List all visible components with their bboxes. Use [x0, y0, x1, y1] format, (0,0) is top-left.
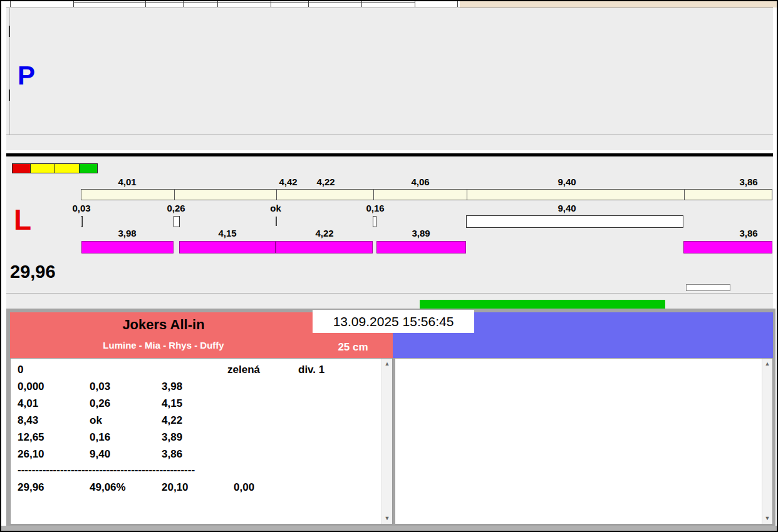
table-cell: 4,01: [18, 397, 38, 410]
team-name: Jokers All-in: [10, 317, 317, 333]
scroll-down-button[interactable]: ▼: [382, 513, 392, 524]
gap-time-label: 0,16: [366, 203, 384, 213]
table-cell: 3,86: [162, 448, 182, 461]
separator-line: [6, 293, 773, 294]
lane-p-panel: P: [6, 8, 773, 150]
table-cell: 0: [18, 364, 23, 376]
app-window: P 4,01 4,42 4,22 4,06 9,40 3,86 0,03 0,2…: [0, 0, 778, 532]
legend-red-swatch: [12, 163, 31, 173]
legend-yellow-swatch: [54, 163, 80, 173]
table-cell: 29,96: [18, 481, 44, 494]
panel-divider-line: [6, 135, 773, 135]
table-cell: zelená: [227, 364, 260, 376]
scroll-up-button[interactable]: ▲: [382, 359, 392, 369]
split-time-label: 4,06: [411, 176, 429, 187]
table-separator-row: ----------------------------------------…: [11, 464, 392, 476]
table-cell: 0,00: [234, 481, 254, 494]
table-cell: 3,98: [162, 381, 182, 393]
legend-green-swatch: [79, 163, 98, 173]
team-members: Lumine - Mia - Rhys - Duffy: [10, 340, 317, 350]
result-section: Jokers All-in Lumine - Mia - Rhys - Duff…: [6, 309, 775, 527]
scroll-up-button[interactable]: ▲: [762, 359, 772, 369]
run-time-label: 4,22: [315, 228, 333, 238]
right-panel-scrollbar[interactable]: ▲ ▼: [762, 359, 772, 524]
gap-marker: [373, 216, 376, 227]
gap-time-label: ok: [270, 203, 281, 213]
secondary-panel[interactable]: ▲ ▼: [395, 358, 773, 524]
table-row: 8,43 ok 4,22: [11, 414, 392, 427]
run-segment: [179, 241, 276, 253]
tab-divider: [415, 1, 415, 7]
tab-divider: [10, 1, 11, 7]
left-panel-scrollbar[interactable]: ▲ ▼: [381, 359, 392, 524]
table-cell: div. 1: [298, 364, 324, 376]
table-cell: 3,89: [162, 431, 182, 444]
lane-l-label: L: [14, 203, 31, 237]
split-time-label: 4,01: [118, 176, 136, 187]
left-tick: [9, 90, 10, 101]
table-cell: 0,03: [90, 381, 110, 393]
split-bar: [81, 189, 772, 200]
progress-bar: [420, 300, 665, 309]
table-cell: 4,15: [162, 397, 182, 410]
table-cell: ok: [90, 414, 102, 427]
run-time-label: 3,89: [412, 228, 430, 238]
table-summary-row: 29,96 49,06% 20,10 0,00: [11, 481, 392, 494]
run-time-label: 4,15: [218, 228, 236, 238]
run-segment: [683, 241, 772, 253]
table-cell: 9,40: [90, 448, 110, 461]
status-legend: [12, 163, 98, 173]
run-segment: [81, 241, 174, 253]
top-right-strip: [460, 1, 777, 8]
gap-marker: [174, 216, 180, 227]
table-row: 0 zelená div. 1: [11, 364, 392, 376]
arrow-up-icon: ▲: [765, 361, 770, 367]
run-segment: [276, 241, 373, 253]
table-cell: 49,06%: [90, 481, 126, 494]
gap-marker: [81, 216, 83, 227]
table-row: 26,10 9,40 3,86: [11, 448, 392, 461]
run-segment: [376, 241, 466, 253]
window-tab-stubs: [1, 1, 777, 8]
arrow-down-icon: ▼: [765, 515, 770, 521]
total-time: 29,96: [10, 262, 56, 282]
run-time-label: 3,86: [739, 228, 757, 238]
separator-dashes: ----------------------------------------…: [18, 464, 195, 476]
results-list-panel[interactable]: 0 zelená div. 1 0,000 0,03 3,98 4,01 0,2…: [10, 358, 393, 524]
table-cell: 12,65: [18, 431, 44, 444]
split-time-label: 4,22: [316, 176, 335, 187]
bottom-strip: [1, 526, 777, 531]
datetime-display: 13.09.2025 15:56:45: [313, 310, 474, 333]
ok-tick-marker: [276, 217, 277, 226]
table-cell: 8,43: [18, 414, 38, 427]
table-cell: 0,26: [90, 397, 110, 410]
lane-l-panel: 4,01 4,42 4,22 4,06 9,40 3,86 0,03 0,26 …: [6, 156, 773, 309]
arrow-up-icon: ▲: [385, 361, 390, 367]
right-marker-rect: [686, 284, 730, 291]
jump-height: 25 cm: [323, 341, 383, 354]
gap-time-label: 0,03: [72, 203, 90, 213]
gap-time-label: 9,40: [558, 203, 576, 213]
scroll-down-button[interactable]: ▼: [762, 513, 772, 524]
table-cell: 0,000: [18, 381, 44, 393]
table-row: 12,65 0,16 3,89: [11, 431, 392, 444]
table-row: 4,01 0,26 4,15: [11, 397, 392, 410]
legend-yellow-swatch: [30, 163, 55, 173]
run-time-label: 3,98: [118, 228, 136, 238]
table-row: 0,000 0,03 3,98: [11, 381, 392, 393]
arrow-down-icon: ▼: [385, 515, 390, 521]
split-time-label: 3,86: [739, 176, 757, 187]
long-gap-marker: [466, 215, 683, 228]
lane-p-label: P: [18, 61, 35, 91]
table-cell: 20,10: [162, 481, 189, 494]
table-cell: 26,10: [18, 448, 44, 461]
table-cell: 0,16: [90, 431, 110, 444]
table-cell: 4,22: [162, 414, 182, 427]
tab-divider: [457, 1, 458, 7]
left-tick: [9, 26, 10, 37]
split-time-label: 9,40: [558, 176, 576, 187]
tab-top-edge: [73, 2, 415, 3]
split-time-label: 4,42: [279, 176, 297, 187]
gap-time-label: 0,26: [167, 203, 185, 213]
